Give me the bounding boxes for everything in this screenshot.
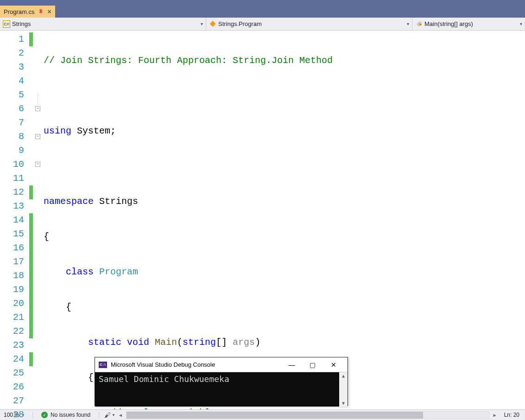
line-number: 6 xyxy=(0,102,29,116)
fold-toggle[interactable]: − xyxy=(35,106,40,111)
line-number: 8 xyxy=(0,130,29,144)
file-tab[interactable]: Program.cs 📌 × xyxy=(0,6,55,18)
console-scrollbar[interactable]: ▲ ▼ xyxy=(339,372,348,407)
namespace-label: Strings xyxy=(12,20,31,27)
line-number: 17 xyxy=(0,255,29,269)
scroll-left-icon[interactable]: ◄ xyxy=(117,413,124,418)
tab-row: Program.cs 📌 × xyxy=(0,5,525,18)
console-titlebar[interactable]: C:\ Microsoft Visual Studio Debug Consol… xyxy=(95,357,348,372)
class-label: Strings.Program xyxy=(218,20,262,27)
line-number: 27 xyxy=(0,394,29,408)
fold-toggle[interactable]: − xyxy=(35,162,40,167)
line-number: 28 xyxy=(0,408,29,420)
line-number: 20 xyxy=(0,297,29,311)
line-number: 13 xyxy=(0,199,29,213)
fold-column: − − − xyxy=(33,31,44,409)
method-dropdown[interactable]: ◇ 🔒 Main(string[] args) ▾ xyxy=(412,18,525,30)
line-number: 4 xyxy=(0,74,29,88)
minimize-button[interactable]: — xyxy=(281,361,302,369)
issues-text: No issues found xyxy=(51,412,90,418)
code-content[interactable]: // Join Strings: Fourth Approach: String… xyxy=(44,31,525,409)
issues-indicator[interactable]: ✓ No issues found xyxy=(37,412,95,418)
line-number: 2 xyxy=(0,46,29,60)
chevron-down-icon: ▼ xyxy=(112,413,115,417)
console-title: Microsoft Visual Studio Debug Console xyxy=(111,361,215,368)
line-number: 3 xyxy=(0,60,29,74)
line-number: 18 xyxy=(0,269,29,283)
scroll-up-icon[interactable]: ▲ xyxy=(339,372,348,379)
console-app-icon: C:\ xyxy=(99,362,107,368)
line-number: 5 xyxy=(0,88,29,102)
brush-icon: 🖌 xyxy=(104,411,111,419)
method-label: Main(string[] args) xyxy=(424,20,473,27)
change-indicator-column xyxy=(29,31,33,409)
line-indicator: Ln: 20 xyxy=(504,412,519,418)
horizontal-scrollbar[interactable] xyxy=(126,411,489,419)
fold-toggle[interactable]: − xyxy=(35,134,40,139)
line-number: 22 xyxy=(0,325,29,338)
chevron-down-icon: ▾ xyxy=(407,21,409,26)
line-number: 7 xyxy=(0,116,29,130)
line-number: 25 xyxy=(0,366,29,380)
line-number-gutter: 1234567891011121314151617181920212223242… xyxy=(0,31,29,409)
chevron-down-icon: ▾ xyxy=(201,21,203,26)
scrollbar-thumb[interactable] xyxy=(127,412,423,419)
line-number: 12 xyxy=(0,185,29,199)
maximize-button[interactable]: ▢ xyxy=(302,361,323,369)
line-number: 9 xyxy=(0,144,29,158)
class-icon: 🔶 xyxy=(209,20,216,28)
close-button[interactable]: ✕ xyxy=(323,361,344,369)
line-number: 1 xyxy=(0,32,29,46)
line-number: 15 xyxy=(0,227,29,241)
status-bar: 100 % ▼ ✓ No issues found 🖌 ▼ ◄ ► Ln: 20 xyxy=(0,409,525,420)
console-output[interactable]: Samuel Dominic Chukwuemeka ▲ ▼ xyxy=(95,372,348,407)
tab-filename: Program.cs xyxy=(4,8,34,15)
scroll-down-icon[interactable]: ▼ xyxy=(339,400,348,407)
debug-console-window[interactable]: C:\ Microsoft Visual Studio Debug Consol… xyxy=(95,357,348,406)
namespace-dropdown[interactable]: C# Strings ▾ xyxy=(0,18,206,30)
window-title-bar xyxy=(0,0,525,5)
code-editor[interactable]: 1234567891011121314151617181920212223242… xyxy=(0,31,525,409)
context-bar: C# Strings ▾ 🔶 Strings.Program ▾ ◇ 🔒 Mai… xyxy=(0,18,525,31)
line-number: 21 xyxy=(0,311,29,325)
line-number: 26 xyxy=(0,380,29,394)
separator xyxy=(99,412,99,418)
pin-icon[interactable]: 📌 xyxy=(37,8,44,15)
close-icon[interactable]: × xyxy=(47,8,51,15)
class-dropdown[interactable]: 🔶 Strings.Program ▾ xyxy=(206,18,412,30)
csharp-icon: C# xyxy=(3,20,10,28)
scroll-right-icon[interactable]: ► xyxy=(491,413,499,418)
cursor-position[interactable]: Ln: 20 xyxy=(499,412,525,418)
lock-icon: 🔒 xyxy=(418,21,423,25)
line-number: 24 xyxy=(0,352,29,366)
line-number: 11 xyxy=(0,172,29,185)
chevron-down-icon: ▾ xyxy=(520,21,522,26)
console-output-text: Samuel Dominic Chukwuemeka xyxy=(99,374,229,384)
line-number: 23 xyxy=(0,338,29,352)
line-number: 10 xyxy=(0,158,29,172)
line-number: 19 xyxy=(0,283,29,297)
line-number: 16 xyxy=(0,241,29,255)
line-number: 14 xyxy=(0,213,29,227)
cleanup-dropdown[interactable]: 🖌 ▼ xyxy=(103,411,117,419)
